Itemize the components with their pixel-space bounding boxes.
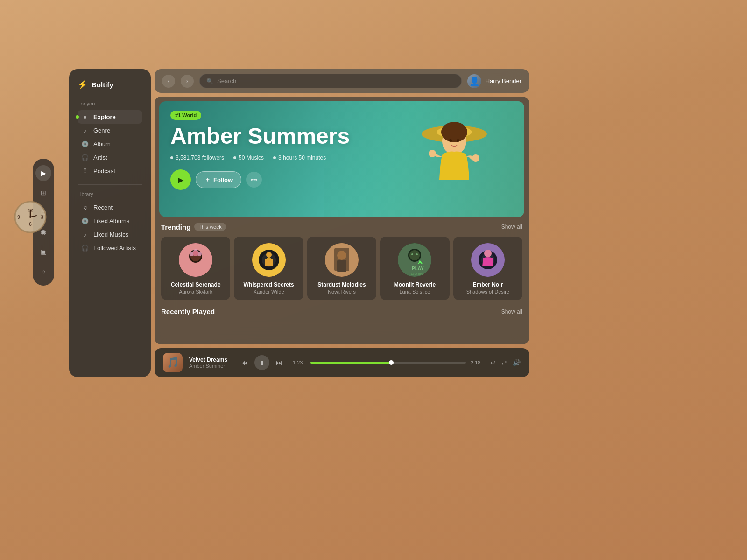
progress-thumb bbox=[389, 360, 394, 365]
celestial-image bbox=[179, 243, 212, 277]
trending-card-moonlit[interactable]: PLAY LAYER Moonlit Reverie Luna Solstice bbox=[380, 237, 449, 300]
more-options-button[interactable]: ••• bbox=[246, 172, 262, 188]
back-button[interactable]: ‹ bbox=[162, 75, 175, 88]
trending-cards: Celestial Serenade Aurora Skylark bbox=[161, 237, 522, 300]
trending-show-all-button[interactable]: Show all bbox=[501, 224, 522, 230]
svg-text:PLAY: PLAY bbox=[412, 266, 424, 271]
dock-search-button[interactable]: ⌕ bbox=[35, 263, 51, 279]
trending-card-stardust[interactable]: Stardust Melodies Nova Rivers bbox=[307, 237, 376, 300]
hero-followers-text: 3,581,703 followers bbox=[176, 154, 224, 161]
sidebar-item-explore[interactable]: ● Explore bbox=[78, 110, 142, 124]
sidebar-item-artist[interactable]: 🎧 Artist bbox=[78, 151, 142, 164]
follow-icon: ＋ bbox=[204, 175, 211, 184]
dock-play-button[interactable]: ▶ bbox=[35, 165, 51, 181]
user-name: Harry Bender bbox=[486, 77, 521, 84]
sidebar-item-recent[interactable]: ♫ Recent bbox=[78, 201, 142, 214]
svg-point-45 bbox=[484, 250, 492, 257]
stat-dot bbox=[170, 156, 173, 159]
trending-title: Trending bbox=[161, 223, 190, 231]
sidebar-item-liked-albums[interactable]: 💿 Liked Albums bbox=[78, 214, 142, 228]
trending-title-area: Trending This week bbox=[161, 223, 226, 231]
forward-button[interactable]: › bbox=[181, 75, 194, 88]
svg-rect-32 bbox=[337, 260, 346, 272]
svg-point-11 bbox=[441, 122, 467, 142]
moonlit-image: PLAY LAYER bbox=[398, 243, 431, 277]
celestial-name: Celestial Serenade bbox=[171, 281, 221, 288]
trending-badge: This week bbox=[194, 223, 226, 231]
content-area: #1 World Amber Summers 3,581,703 followe… bbox=[155, 97, 529, 344]
svg-text:6: 6 bbox=[29, 222, 32, 227]
follow-button[interactable]: ＋ Follow bbox=[196, 171, 241, 188]
dock-box-button[interactable]: ▣ bbox=[35, 244, 51, 259]
player-total-time: 2:18 bbox=[471, 360, 484, 365]
player-extra-controls: ↩ ⇄ 🔊 bbox=[490, 359, 521, 366]
recently-played-title: Recently Played bbox=[161, 308, 215, 315]
svg-text:LAYER: LAYER bbox=[411, 272, 423, 276]
sidebar-label-podcast: Podcast bbox=[93, 168, 115, 175]
player-loop-button[interactable]: ↩ bbox=[490, 359, 496, 366]
library-label: Library bbox=[78, 191, 142, 197]
progress-bar-fill bbox=[310, 362, 391, 364]
player-track-info: Velvet Dreams Amber Summer bbox=[189, 357, 231, 369]
sidebar-item-podcast[interactable]: 🎙 Podcast bbox=[78, 164, 142, 178]
sidebar-item-followed-artists[interactable]: 🎧 Followed Artists bbox=[78, 241, 142, 255]
trending-section: Trending This week Show all bbox=[155, 217, 529, 304]
hero-stats: 3,581,703 followers 50 Musics 3 hours 50… bbox=[170, 154, 350, 161]
hero-duration-stat: 3 hours 50 minutes bbox=[273, 154, 326, 161]
player-play-pause-button[interactable]: ⏸ bbox=[254, 355, 269, 370]
app-window: ⚡ Boltify For you ● Explore ♪ Genre 💿 Al… bbox=[69, 69, 529, 377]
sidebar-item-liked-musics[interactable]: ♪ Liked Musics bbox=[78, 228, 142, 241]
album-icon: 💿 bbox=[81, 140, 89, 147]
sidebar-label-followed-artists: Followed Artists bbox=[93, 245, 136, 252]
hero-play-button[interactable]: ▶ bbox=[170, 169, 191, 190]
user-area[interactable]: 👤 Harry Bender bbox=[467, 74, 521, 88]
for-you-label: For you bbox=[78, 101, 142, 106]
sidebar-item-album[interactable]: 💿 Album bbox=[78, 137, 142, 151]
sidebar-label-explore: Explore bbox=[93, 113, 116, 120]
sidebar-label-liked-albums: Liked Albums bbox=[93, 217, 129, 224]
sidebar-label-artist: Artist bbox=[93, 154, 107, 161]
player-volume-button[interactable]: 🔊 bbox=[513, 359, 521, 366]
search-input[interactable] bbox=[217, 77, 455, 84]
trending-card-ember[interactable]: Ember Noir Shadows of Desire bbox=[453, 237, 522, 300]
svg-text:9: 9 bbox=[17, 215, 20, 220]
hero-duration-text: 3 hours 50 minutes bbox=[278, 154, 326, 161]
player-thumbnail: 🎵 bbox=[163, 353, 183, 372]
whispered-name: Whispered Secrets bbox=[244, 281, 294, 288]
svg-point-14 bbox=[429, 150, 436, 157]
svg-point-37 bbox=[416, 253, 418, 255]
recently-played-section: Recently Played Show all bbox=[155, 304, 529, 321]
sidebar-item-genre[interactable]: ♪ Genre bbox=[78, 124, 142, 137]
player-controls: ⏮ ⏸ ⏭ bbox=[241, 355, 282, 370]
trending-card-celestial[interactable]: Celestial Serenade Aurora Skylark bbox=[161, 237, 230, 300]
genre-icon: ♪ bbox=[81, 127, 89, 134]
player-previous-button[interactable]: ⏮ bbox=[241, 359, 248, 366]
ember-artist: Shadows of Desire bbox=[466, 289, 509, 294]
recent-icon: ♫ bbox=[81, 204, 89, 211]
sidebar-label-album: Album bbox=[93, 140, 111, 147]
player-shuffle-button[interactable]: ⇄ bbox=[501, 359, 507, 366]
recently-show-all-button[interactable]: Show all bbox=[501, 308, 522, 315]
topbar: ‹ › 🔍 👤 Harry Bender bbox=[155, 69, 529, 93]
player-next-button[interactable]: ⏭ bbox=[276, 359, 282, 366]
svg-point-13 bbox=[457, 139, 459, 142]
hero-followers-stat: 3,581,703 followers bbox=[170, 154, 224, 161]
logo-area: ⚡ Boltify bbox=[78, 79, 142, 90]
ember-name: Ember Noir bbox=[472, 281, 503, 288]
svg-point-35 bbox=[409, 250, 420, 260]
wall-clock: 12 6 9 3 bbox=[14, 201, 47, 233]
svg-point-22 bbox=[193, 251, 198, 256]
player-thumb-icon: 🎵 bbox=[167, 357, 179, 369]
hero-artist-image bbox=[394, 101, 515, 217]
hero-musics-text: 50 Musics bbox=[239, 154, 264, 161]
hero-musics-stat: 50 Musics bbox=[233, 154, 264, 161]
svg-point-31 bbox=[337, 251, 346, 260]
hero-actions: ▶ ＋ Follow ••• bbox=[170, 169, 350, 190]
search-bar[interactable]: 🔍 bbox=[199, 74, 462, 88]
dock-grid-button[interactable]: ⊞ bbox=[35, 185, 51, 201]
active-indicator bbox=[76, 115, 79, 119]
progress-bar[interactable] bbox=[310, 362, 466, 364]
hero-artist-name: Amber Summers bbox=[170, 125, 350, 148]
trending-card-whispered[interactable]: Whispered Secrets Xander Wilde bbox=[234, 237, 303, 300]
sidebar: ⚡ Boltify For you ● Explore ♪ Genre 💿 Al… bbox=[69, 69, 151, 377]
